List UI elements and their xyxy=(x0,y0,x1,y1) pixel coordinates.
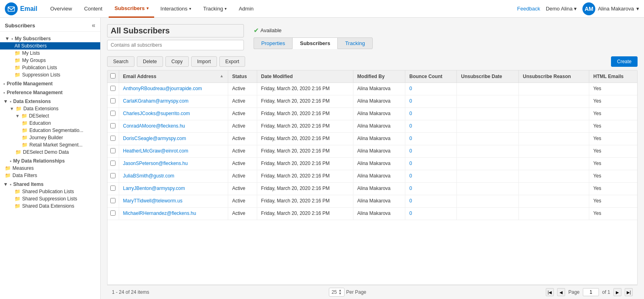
bounce-link-9[interactable]: 0 xyxy=(409,198,412,204)
export-button[interactable]: Export xyxy=(219,56,246,67)
email-link-1[interactable]: CarlaKGraham@armyspy.com xyxy=(123,98,189,104)
panel-search-input[interactable] xyxy=(107,40,244,50)
tab-subscribers[interactable]: Subscribers xyxy=(292,37,337,49)
sidebar-item-publication-lists[interactable]: 📁 Publication Lists xyxy=(0,64,100,71)
row-html-emails-2: Yes xyxy=(589,108,637,120)
row-checkbox-10[interactable] xyxy=(110,210,116,216)
sidebar-item-my-data-relationships[interactable]: ● My Data Relationships xyxy=(0,156,100,165)
feedback-link[interactable]: Feedback xyxy=(517,6,540,12)
bounce-link-6[interactable]: 0 xyxy=(409,161,412,166)
row-date-9: Friday, March 20, 2020 2:16 PM xyxy=(257,195,353,208)
row-checkbox-2[interactable] xyxy=(110,111,116,116)
sidebar-item-shared-suppression-lists[interactable]: 📁 Shared Suppression Lists xyxy=(0,195,100,202)
sidebar-item-education[interactable]: 📁 Education xyxy=(0,120,100,127)
tab-tracking[interactable]: Tracking xyxy=(337,37,372,49)
sidebar-item-education-segmentation[interactable]: 📁 Education Segmentatio... xyxy=(0,127,100,134)
sidebar-item-deselect-demo[interactable]: 📁 DESelect Demo Data xyxy=(0,148,100,156)
sidebar-item-my-groups[interactable]: 📁 My Groups xyxy=(0,57,100,64)
nav-overview[interactable]: Overview xyxy=(45,0,78,18)
email-link-2[interactable]: CharlesJCooks@superrito.com xyxy=(123,111,190,116)
email-link-10[interactable]: MichaelRHernandez@fleckens.hu xyxy=(123,210,196,216)
bounce-link-2[interactable]: 0 xyxy=(409,111,412,116)
sidebar-item-preference-management[interactable]: ● Preference Management xyxy=(0,87,100,96)
next-page-button[interactable]: ▶ xyxy=(613,288,621,296)
nav-tracking[interactable]: Tracking ▾ xyxy=(198,0,232,18)
row-checkbox-0[interactable] xyxy=(110,86,116,91)
select-all-checkbox[interactable] xyxy=(110,73,116,78)
bounce-link-1[interactable]: 0 xyxy=(409,98,412,104)
sidebar-item-journey-builder[interactable]: 📁 Journey Builder xyxy=(0,134,100,141)
row-email-4: DorisCSeagle@armyspy.com xyxy=(119,133,228,145)
bounce-link-5[interactable]: 0 xyxy=(409,148,412,154)
panel: ✔ Available Properties Subscribers Track… xyxy=(101,18,644,299)
sidebar-item-data-filters[interactable]: 📁 Data Filters xyxy=(0,172,100,179)
email-link-9[interactable]: MaryTTidwell@teleworm.us xyxy=(123,198,183,204)
email-link-7[interactable]: JuliaBSmith@gustr.com xyxy=(123,173,175,179)
row-status-4: Active xyxy=(228,133,257,145)
last-page-button[interactable]: ▶| xyxy=(625,288,633,296)
bounce-link-3[interactable]: 0 xyxy=(409,123,412,129)
bullet-icon-6: ● xyxy=(10,183,12,186)
sidebar-item-shared-items[interactable]: ▼ ● Shared Items xyxy=(0,179,100,188)
sidebar-item-my-subscribers[interactable]: ▼ ● My Subscribers xyxy=(0,33,100,42)
row-checkbox-5[interactable] xyxy=(110,148,116,153)
app-logo[interactable]: Email xyxy=(5,2,37,15)
sidebar: Subscribers « ▼ ● My Subscribers All Sub… xyxy=(0,18,101,299)
import-button[interactable]: Import xyxy=(191,56,217,67)
bounce-link-0[interactable]: 0 xyxy=(409,86,412,91)
panel-title-input[interactable] xyxy=(107,24,244,37)
row-email-0: AnthonyRBoudreau@jourrapide.com xyxy=(119,83,228,95)
sidebar-item-retail-market[interactable]: 📁 Retail Market Segment... xyxy=(0,141,100,148)
row-checkbox-6[interactable] xyxy=(110,161,116,166)
bounce-link-7[interactable]: 0 xyxy=(409,173,412,179)
bounce-link-8[interactable]: 0 xyxy=(409,186,412,191)
row-date-5: Friday, March 20, 2020 2:16 PM xyxy=(257,145,353,158)
bounce-link-4[interactable]: 0 xyxy=(409,136,412,141)
table-row: CharlesJCooks@superrito.com Active Frida… xyxy=(107,108,637,120)
sidebar-item-suppression-lists[interactable]: 📁 Suppression Lists xyxy=(0,71,100,78)
email-link-4[interactable]: DorisCSeagle@armyspy.com xyxy=(123,136,186,141)
row-checkbox-7[interactable] xyxy=(110,173,116,178)
email-link-6[interactable]: JasonSPeterson@fleckens.hu xyxy=(123,161,188,166)
row-checkbox-9[interactable] xyxy=(110,198,116,203)
nav-content[interactable]: Content xyxy=(78,0,108,18)
first-page-button[interactable]: |◀ xyxy=(546,288,554,296)
email-link-5[interactable]: HeatherLMcGraw@einrot.com xyxy=(123,148,188,154)
row-checkbox-4[interactable] xyxy=(110,136,116,141)
create-button[interactable]: Create xyxy=(611,56,638,67)
sidebar-item-data-extensions-section[interactable]: ▼ ● Data Extensions xyxy=(0,96,100,105)
sidebar-item-shared-publication-lists[interactable]: 📁 Shared Publication Lists xyxy=(0,188,100,195)
bounce-link-10[interactable]: 0 xyxy=(409,210,412,216)
sidebar-item-my-lists[interactable]: 📁 My Lists xyxy=(0,49,100,57)
tracking-caret: ▾ xyxy=(225,6,227,11)
sidebar-item-data-extensions[interactable]: ▼ 📁 Data Extensions xyxy=(0,105,100,112)
email-link-3[interactable]: ConradAMoore@fleckens.hu xyxy=(123,123,185,129)
demo-alina-dropdown[interactable]: Demo Alina ▾ xyxy=(546,6,577,12)
delete-button[interactable]: Delete xyxy=(137,56,163,67)
per-page-select[interactable]: 25 ▲▼ xyxy=(329,288,345,297)
row-unsub-reason-3 xyxy=(518,120,589,133)
page-select: 25 ▲▼ Per Page xyxy=(329,288,366,297)
row-checkbox-cell-5 xyxy=(107,145,119,158)
tab-properties[interactable]: Properties xyxy=(254,37,292,49)
sidebar-item-all-subscribers[interactable]: All Subscribers xyxy=(0,42,100,49)
sidebar-item-deselect[interactable]: ▼ 📁 DESelect xyxy=(0,112,100,120)
row-checkbox-1[interactable] xyxy=(110,98,116,103)
sidebar-collapse-icon[interactable]: « xyxy=(92,22,95,29)
nav-interactions[interactable]: Interactions ▾ xyxy=(155,0,197,18)
row-checkbox-8[interactable] xyxy=(110,186,116,191)
row-checkbox-3[interactable] xyxy=(110,123,116,128)
email-link-0[interactable]: AnthonyRBoudreau@jourrapide.com xyxy=(123,86,202,91)
user-name-dropdown[interactable]: AM Alina Makarova ▾ xyxy=(582,2,639,15)
nav-subscribers[interactable]: Subscribers ▾ xyxy=(109,0,154,18)
search-button[interactable]: Search xyxy=(107,56,134,67)
sidebar-item-profile-management[interactable]: ● Profile Management xyxy=(0,78,100,87)
page-input[interactable] xyxy=(583,288,599,296)
copy-button[interactable]: Copy xyxy=(165,56,189,67)
sidebar-item-measures[interactable]: 📁 Measures xyxy=(0,165,100,172)
col-header-bounce-count: Bounce Count xyxy=(405,70,457,83)
prev-page-button[interactable]: ◀ xyxy=(557,288,565,296)
nav-admin[interactable]: Admin xyxy=(233,0,259,18)
sidebar-item-shared-data-extensions[interactable]: 📁 Shared Data Extensions xyxy=(0,202,100,210)
email-link-8[interactable]: LarryJBenton@armyspy.com xyxy=(123,186,185,191)
